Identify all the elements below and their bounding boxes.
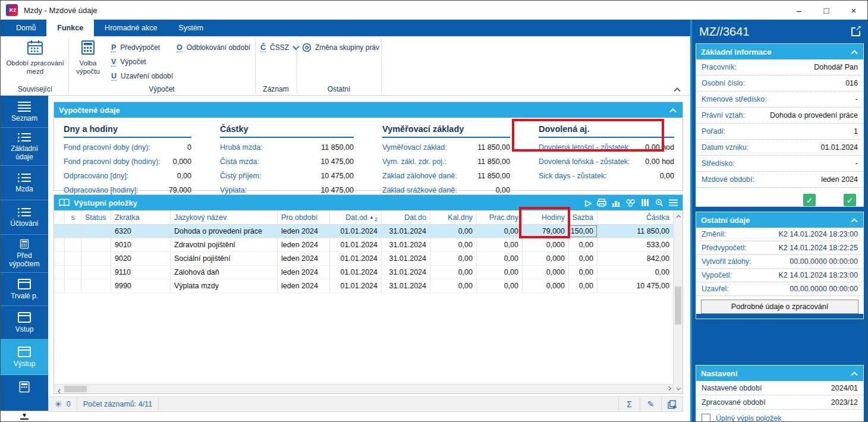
collapse-chevron-icon[interactable] xyxy=(851,50,857,56)
odblokovani-obdobi-item[interactable]: O Odblokování období xyxy=(177,42,250,53)
data-row: Sick days - zůstatek:0,00 xyxy=(539,169,674,183)
uzavreni-obdobi-item[interactable]: U Uzavření období xyxy=(111,71,173,81)
col-marker[interactable] xyxy=(54,210,65,224)
sidebar-item-vystup[interactable]: Výstup xyxy=(1,339,48,375)
green-check-icon[interactable]: ✓ xyxy=(844,194,856,206)
table-row[interactable]: 6320 Dohoda o provedení práce leden 2024… xyxy=(54,225,673,238)
collapse-chevron-icon[interactable] xyxy=(851,218,857,225)
checkbox-unchecked[interactable] xyxy=(702,414,710,422)
data-row: Základ zálohové daně:11 850,00 xyxy=(382,169,510,183)
col-hodiny[interactable]: Hodiny xyxy=(523,210,569,224)
calculator-icon xyxy=(18,239,30,249)
chart-icon[interactable] xyxy=(612,199,620,207)
sidebar-item-pred-vypoctem[interactable]: Před výpočtem xyxy=(1,235,48,273)
vertical-scroll-thumb[interactable] xyxy=(675,286,681,325)
col-prac-dny[interactable]: Prac.dny xyxy=(477,210,523,224)
sidebar-expander[interactable]: ▼ xyxy=(1,411,48,421)
sidebar-item-partial[interactable] xyxy=(1,375,48,401)
maximize-button[interactable]: □ xyxy=(813,1,840,20)
flag-checkmarks: ✓ ✓ xyxy=(696,188,863,206)
horizontal-scroll-thumb[interactable] xyxy=(64,386,87,392)
section-header: Nastavení xyxy=(696,366,863,381)
process-gears-icon[interactable] xyxy=(625,199,636,207)
sidebar-item-vstup[interactable]: Vstup xyxy=(1,306,48,339)
table-row[interactable]: 9010 Zdravotní pojištění leden 2024 01.0… xyxy=(54,238,673,252)
sum-icon[interactable]: Σ xyxy=(618,397,640,411)
sidebar-item-trvale-p[interactable]: Trvalé p. xyxy=(1,273,48,306)
section-ostatni-udaje: Ostatní údaje Změnil:K2 14.01.2024 18:23… xyxy=(696,212,864,319)
detail-row: Středisko:- xyxy=(696,156,863,172)
col-dat-od[interactable]: Dat.od▲2 xyxy=(330,210,382,224)
minimize-button[interactable]: – xyxy=(785,1,813,20)
sort-ascending-icon: ▲ xyxy=(369,215,374,220)
computed-panel-header: Vypočtené údaje xyxy=(54,102,683,118)
sidebar-item-label: Výstup xyxy=(14,360,36,368)
tab-system[interactable]: Systém xyxy=(168,20,214,36)
col-jazykovy-nazev[interactable]: Jazykový název xyxy=(171,210,278,224)
volba-vypoctu-button[interactable]: Volba výpočtu xyxy=(70,40,106,75)
sidebar-item-label: Účtování xyxy=(10,219,38,228)
vertical-scrollbar[interactable] xyxy=(673,210,683,393)
open-external-icon[interactable]: ↗ xyxy=(851,27,860,36)
copy-add-icon[interactable] xyxy=(661,397,683,411)
data-row: Čistý příjem:10 475,00 xyxy=(220,169,354,183)
close-button[interactable]: × xyxy=(840,1,867,20)
section-title: Vyměřovací základy xyxy=(382,122,510,138)
sidebar-item-label: Vstup xyxy=(15,325,34,333)
archive-box-icon xyxy=(18,279,31,289)
obdobi-zpracovani-button[interactable]: Období zpracování mezd xyxy=(5,40,65,75)
detail-row: Pracovník:Dohodář Pan xyxy=(696,59,863,75)
col-kal-dny[interactable]: Kal.dny xyxy=(430,210,477,224)
data-row: Odpracováno [dny]:0,00 xyxy=(64,169,191,183)
data-row: Dovolená letošní - zůstatek:0,00 hod xyxy=(539,140,674,155)
detail-row: Mzdové období:leden 2024 xyxy=(696,172,863,188)
col-zkratka[interactable]: Zkratka xyxy=(111,210,171,224)
detail-row: Právní vztah:Dohoda o provedení práce xyxy=(696,108,863,124)
edit-pencil-icon[interactable]: ✎ xyxy=(640,397,661,411)
scroll-right-arrow[interactable] xyxy=(663,385,673,394)
tab-hromadne-akce[interactable]: Hromadné akce xyxy=(94,20,168,36)
green-check-icon[interactable]: ✓ xyxy=(803,194,816,206)
focused-cell[interactable]: 150,00 xyxy=(569,225,597,238)
settings-search-icon[interactable] xyxy=(655,199,663,207)
col-pro-obdobi[interactable]: Pro období xyxy=(278,210,330,224)
columns-icon[interactable] xyxy=(641,199,649,207)
panel-menu-icon[interactable] xyxy=(669,199,678,206)
scroll-up-arrow[interactable] xyxy=(674,210,683,220)
run-icon[interactable]: ▷ xyxy=(585,198,592,207)
zmena-skupiny-prav-item[interactable]: Změna skupiny práv xyxy=(302,42,379,53)
col-castka[interactable]: Částka xyxy=(597,210,673,224)
full-listing-option[interactable]: Úplný výpis položek xyxy=(696,410,863,422)
scroll-left-arrow[interactable] xyxy=(54,385,64,394)
cssz-label: ČSSZ xyxy=(270,43,289,52)
tab-domu[interactable]: Domů xyxy=(5,20,46,36)
col-sazba[interactable]: Sazba xyxy=(569,210,597,224)
col-status[interactable]: Status xyxy=(81,210,111,224)
predvypocet-item[interactable]: P Předvýpočet xyxy=(111,42,160,53)
detail-row: Vypočetl:K2 14.01.2024 18:23:00 xyxy=(696,269,863,282)
cssz-item[interactable]: Č ČSSZ xyxy=(260,42,298,53)
collapse-chevron-icon[interactable] xyxy=(851,371,857,378)
data-row: Vyměřovací základ:11 850,00 xyxy=(382,140,510,155)
col-s[interactable]: s xyxy=(65,210,81,224)
data-row: Fond pracovní doby (dny):0 xyxy=(64,140,191,155)
table-row[interactable]: 9020 Sociální pojištění leden 2024 01.01… xyxy=(54,252,673,266)
sidebar-item-seznam[interactable]: Seznam xyxy=(1,96,48,128)
ribbon-tab-bar: Domů Funkce Hromadné akce Systém xyxy=(1,20,690,36)
sidebar-item-mzda[interactable]: Mzda xyxy=(1,166,48,200)
main-area: Vypočtené údaje Dny a hodiny Fond pracov… xyxy=(48,96,690,421)
collapse-chevron-icon[interactable] xyxy=(669,108,676,115)
col-dat-do[interactable]: Dat.do xyxy=(382,210,430,224)
table-row[interactable]: 9990 Výplata mzdy leden 2024 01.01.2024 … xyxy=(54,279,673,293)
tab-funkce[interactable]: Funkce xyxy=(46,20,94,36)
horizontal-scrollbar[interactable] xyxy=(54,384,673,393)
data-row: Hrubá mzda:11 850,00 xyxy=(220,140,354,155)
sidebar-item-zakladni-udaje[interactable]: Základní údaje xyxy=(1,128,48,166)
processing-details-button[interactable]: Podrobné údaje o zpracování xyxy=(701,300,858,314)
vypocet-item[interactable]: V Výpočet xyxy=(111,56,146,67)
table-row[interactable]: 9110 Zálohová daň leden 2024 01.01.2024 … xyxy=(54,266,673,279)
vypocet-key-icon: V xyxy=(111,58,116,67)
print-icon[interactable] xyxy=(597,199,606,207)
scroll-down-arrow[interactable] xyxy=(674,384,683,393)
sidebar-item-uctovani[interactable]: Účtování xyxy=(1,200,48,235)
